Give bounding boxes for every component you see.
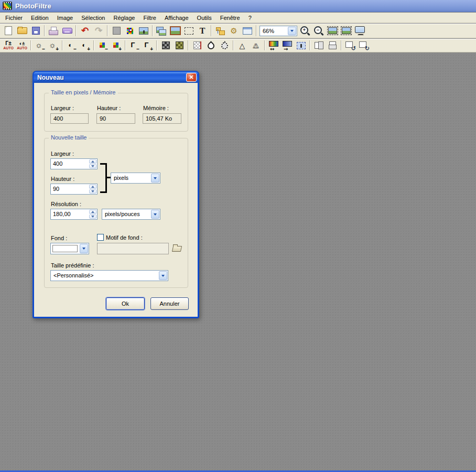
full-screen-icon[interactable] — [353, 25, 366, 37]
app-logo-icon — [3, 2, 12, 10]
menu-fenetre[interactable]: Fenêtre — [216, 14, 244, 22]
cancel-button[interactable]: Annuler — [150, 297, 189, 310]
spin-down-button[interactable] — [89, 189, 96, 194]
open-folder-icon[interactable] — [171, 243, 183, 253]
preset-combobox[interactable]: <Personnalisé> — [50, 270, 168, 281]
current-height-label: Hauteur : — [97, 105, 121, 111]
rotate-left-icon[interactable] — [343, 40, 357, 51]
spin-up-button[interactable] — [89, 210, 96, 214]
canvas-size-icon[interactable] — [280, 40, 294, 51]
resolution-spinner[interactable]: 180,00 — [50, 209, 98, 220]
menu-outils[interactable]: Outils — [193, 14, 216, 22]
toolbar-separator — [188, 40, 189, 50]
ok-button[interactable]: Ok — [106, 297, 145, 310]
spin-up-button[interactable] — [89, 185, 96, 189]
close-icon[interactable]: ✕ — [186, 73, 197, 82]
zoom-dropdown-button[interactable] — [288, 27, 296, 35]
dropdown-button[interactable] — [151, 210, 159, 219]
explorer-bar-icon[interactable] — [213, 25, 227, 37]
resolution-unit-combobox[interactable]: pixels/pouces — [102, 209, 160, 220]
image-properties-icon[interactable] — [137, 25, 150, 37]
plugin-manager-icon[interactable] — [227, 25, 241, 37]
menu-fichier[interactable]: Fichier — [1, 14, 27, 22]
fit-image-icon[interactable] — [326, 25, 339, 37]
gamma-plus-icon[interactable] — [141, 40, 155, 51]
spin-up-button[interactable] — [89, 159, 96, 164]
menu-reglage[interactable]: Réglage — [110, 14, 139, 22]
app-titlebar[interactable]: PhotoFiltre — [0, 0, 476, 12]
brightness-plus-icon[interactable] — [47, 40, 60, 51]
adjustment-icons — [2, 39, 371, 51]
pattern-checkbox[interactable] — [97, 234, 104, 241]
photofiltre-window: PhotoFiltre FichierEditionImageSélection… — [0, 0, 476, 472]
zoom-level-combobox[interactable]: 66% — [259, 26, 297, 36]
contrast-minus-icon[interactable] — [64, 40, 78, 51]
saturation-minus-icon[interactable] — [96, 40, 110, 51]
image-frame-icon[interactable] — [168, 25, 182, 37]
flip-vertical-icon[interactable] — [326, 40, 339, 51]
print-icon[interactable] — [47, 25, 60, 37]
transparent-color-icon[interactable] — [110, 25, 123, 37]
color-palette-icon[interactable] — [123, 25, 137, 37]
menu-selection[interactable]: Sélection — [77, 14, 109, 22]
blur-triangles-icon[interactable] — [249, 40, 263, 51]
menu-image[interactable]: Image — [53, 14, 78, 22]
menu-filtre[interactable]: Filtre — [139, 14, 160, 22]
chevron-down-icon — [154, 213, 157, 217]
scan-icon[interactable] — [60, 25, 74, 37]
brightness-minus-icon[interactable] — [33, 40, 47, 51]
dropdown-button[interactable] — [159, 271, 167, 280]
current-height-value: 90 — [96, 113, 135, 124]
background-color-swatch — [52, 245, 78, 252]
image-size-icon[interactable] — [267, 40, 280, 51]
text-tool-icon[interactable] — [196, 25, 209, 37]
soften-drop-icon[interactable] — [204, 40, 218, 51]
new-height-spinner[interactable]: 90 — [50, 184, 98, 195]
zoom-out-icon[interactable] — [312, 25, 326, 37]
pattern-path-field[interactable] — [97, 243, 169, 254]
rotate-right-icon[interactable] — [357, 40, 371, 51]
dropdown-button[interactable] — [151, 174, 159, 183]
blur-drop-icon[interactable] — [218, 40, 231, 51]
open-image-icon[interactable] — [15, 25, 29, 37]
current-memory-label: Mémoire : — [143, 105, 169, 111]
duplicate-image-icon[interactable] — [155, 25, 168, 37]
resolution-value[interactable]: 180,00 — [51, 209, 89, 219]
photomask-dark-icon[interactable] — [159, 40, 172, 51]
module-window-icon[interactable] — [241, 25, 254, 37]
toolbar-left-icons — [2, 24, 254, 37]
transparency-icon[interactable] — [190, 40, 204, 51]
contrast-plus-icon[interactable] — [78, 40, 92, 51]
spin-down-button[interactable] — [89, 164, 96, 168]
new-document-icon[interactable] — [2, 25, 15, 37]
selection-tool-icon[interactable] — [182, 25, 196, 37]
menu-help[interactable]: ? — [244, 14, 256, 22]
flip-horizontal-icon[interactable] — [312, 40, 326, 51]
new-width-spinner[interactable]: 400 — [50, 158, 98, 169]
save-icon[interactable] — [29, 25, 42, 37]
menu-edition[interactable]: Edition — [27, 14, 53, 22]
auto-contrast-icon[interactable] — [15, 40, 29, 51]
photomask-green-icon[interactable] — [172, 40, 186, 51]
dropdown-button[interactable] — [80, 244, 88, 253]
dialog-titlebar[interactable]: Nouveau ✕ — [34, 72, 198, 83]
sharpen-triangle-icon[interactable] — [235, 40, 249, 51]
menu-affichage[interactable]: Affichage — [160, 14, 193, 22]
auto-levels-icon[interactable] — [2, 40, 15, 51]
redo-icon[interactable] — [92, 25, 105, 37]
arrow-down-icon — [91, 216, 94, 219]
auto-crop-icon[interactable] — [294, 40, 308, 51]
size-unit-combobox[interactable]: pixels — [111, 173, 160, 184]
toolbar-separator — [125, 40, 126, 50]
app-title: PhotoFiltre — [15, 2, 51, 10]
fit-window-icon[interactable] — [339, 25, 353, 37]
toolbar-separator — [30, 40, 31, 50]
new-width-value[interactable]: 400 — [51, 159, 89, 169]
gamma-minus-icon[interactable] — [127, 40, 141, 51]
zoom-in-icon[interactable] — [298, 25, 312, 37]
new-height-value[interactable]: 90 — [51, 184, 89, 194]
undo-icon[interactable] — [78, 25, 92, 37]
saturation-plus-icon[interactable] — [110, 40, 123, 51]
spin-down-button[interactable] — [89, 214, 96, 219]
background-color-combobox[interactable] — [50, 243, 89, 254]
